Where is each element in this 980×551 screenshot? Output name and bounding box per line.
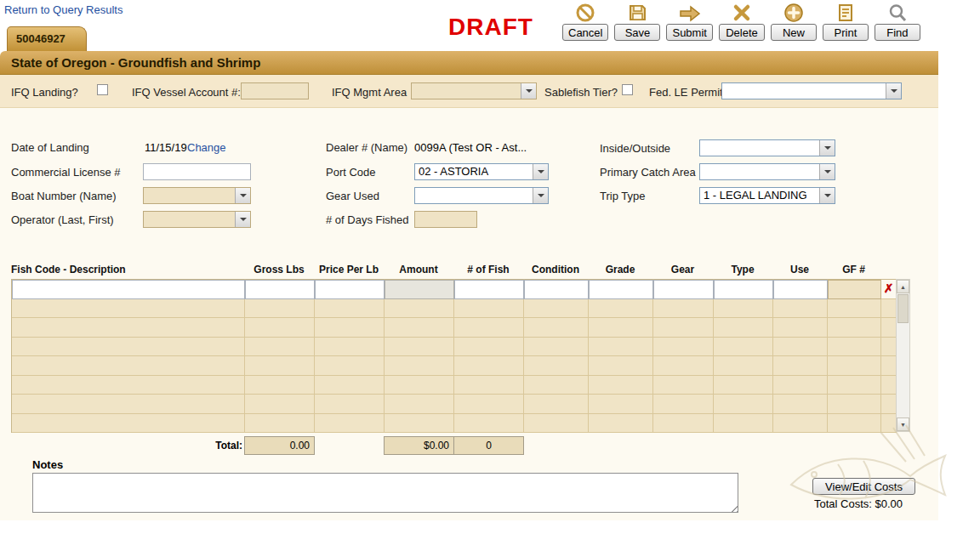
form-title-bar: State of Oregon - Groundfish and Shrimp [0,51,938,75]
fish-row-cell [773,395,828,414]
fish-row-cell [315,338,385,357]
cancel-button[interactable]: Cancel [562,24,608,41]
fish-row-cell [714,299,773,319]
inside-outside-select[interactable] [699,139,835,156]
fish-row-cell [12,356,245,376]
fish-row-cell [12,395,245,414]
primary-catch-area-select[interactable] [699,163,835,180]
fish-row-cell[interactable] [714,280,773,299]
toolbar: Cancel Save Submit Delete New [562,2,920,41]
fish-row-cell [714,376,773,395]
toolbar-item-new: New [771,2,817,41]
fish-row-cell[interactable] [773,280,828,299]
fish-row-cell [881,395,897,414]
fish-row-cell [245,299,315,319]
fish-row-cell [714,356,773,376]
fish-row-cell [385,299,454,319]
commercial-license-input[interactable] [143,163,251,180]
fish-row-cell [653,299,714,319]
ifq-landing-checkbox[interactable] [97,84,108,95]
fish-row-cell [773,299,828,319]
fish-row-cell [12,318,245,338]
col-amount: Amount [384,261,453,278]
delete-row-icon[interactable]: ✗ [884,281,894,295]
ticket-number-tab[interactable]: 50046927 [7,26,87,51]
view-edit-costs-button[interactable]: View/Edit Costs [812,478,915,495]
fed-le-permit-select[interactable] [721,82,902,99]
dealer-label: Dealer # (Name) [326,141,407,154]
cancel-icon [575,2,595,23]
fish-row-cell [454,356,524,376]
print-button[interactable]: Print [823,24,869,41]
fish-row-cell [385,356,454,376]
inside-outside-label: Inside/Outside [600,142,670,155]
fish-row-cell [881,376,897,395]
scroll-up-icon[interactable]: ▲ [897,280,909,293]
primary-catch-area-label: Primary Catch Area [600,166,696,179]
chevron-down-icon [533,164,548,179]
scrollbar-thumb[interactable] [897,294,909,323]
toolbar-item-submit: Submit [666,2,712,41]
fish-row-cell[interactable] [245,280,315,299]
fish-row-cell [828,376,881,395]
table-scrollbar[interactable]: ▲ ▼ [896,279,910,432]
fish-row-cell [524,414,589,434]
days-fished-label: # of Days Fished [326,213,409,226]
fish-row-cell [245,338,315,357]
fish-row-cell [385,395,454,414]
scroll-down-icon[interactable]: ▼ [897,418,909,431]
toolbar-item-find: Find [875,2,920,41]
fish-row-cell [315,318,385,338]
fish-row-cell[interactable] [315,280,385,299]
fish-row-cell [524,318,589,338]
delete-button[interactable]: Delete [719,24,765,41]
notes-textarea[interactable] [32,473,738,513]
print-icon [835,2,856,23]
fish-row-cell [385,376,454,395]
fish-row-cell [653,395,714,414]
fish-row-cell [245,356,315,376]
fish-row-cell [315,299,385,319]
return-to-query-results-link[interactable]: Return to Query Results [4,3,122,16]
ifq-mgmt-area-label: IFQ Mgmt Area [332,86,407,99]
new-button[interactable]: New [771,24,817,41]
fish-row-cell [245,376,315,395]
fish-row-cell[interactable] [589,280,653,299]
col-grade: Grade [588,261,652,278]
chevron-down-icon [819,164,835,179]
gear-used-select[interactable] [414,187,549,204]
fish-row-cell [315,395,385,414]
col-delete [880,261,896,278]
fish-table-header: Fish Code - Description Gross Lbs Price … [11,261,896,278]
fish-row-cell[interactable] [454,280,524,299]
fish-row-cell [12,414,245,434]
fish-row-cell[interactable] [12,280,245,299]
commercial-license-label: Commercial License # [11,166,121,179]
chevron-down-icon [819,140,835,156]
fish-row-cell [881,356,897,376]
fish-row-cell [589,376,653,395]
trip-type-select[interactable]: 1 - LEGAL LANDING [699,187,835,204]
gear-used-label: Gear Used [326,190,379,202]
toolbar-item-cancel: Cancel [562,2,608,41]
submit-button[interactable]: Submit [666,24,712,41]
port-code-select[interactable]: 02 - ASTORIA [414,163,549,180]
fish-row-cell [828,414,881,434]
fish-row-cell [12,338,245,357]
fish-row-cell [828,395,881,414]
fish-row-cell [12,299,245,319]
fish-row-cell [881,414,897,434]
sablefish-tier-checkbox[interactable] [622,84,633,95]
change-date-link[interactable]: Change [187,141,226,154]
fish-row-cell [714,395,773,414]
fish-row-cell [589,299,653,319]
fish-row-cell [385,318,454,338]
save-button[interactable]: Save [614,24,660,41]
fish-row-cell [12,376,245,395]
chevron-down-icon [521,83,536,99]
fish-row-cell [454,318,524,338]
fish-row-cell [881,338,897,357]
find-button[interactable]: Find [875,24,920,41]
fish-row-cell[interactable] [653,280,714,299]
fish-row-cell[interactable] [524,280,589,299]
